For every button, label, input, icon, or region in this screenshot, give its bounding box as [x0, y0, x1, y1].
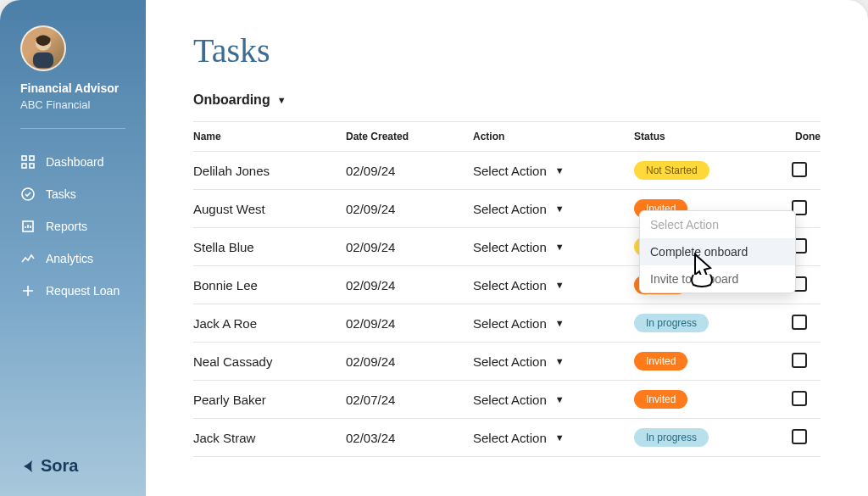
- select-action-button[interactable]: Select Action▼: [473, 278, 565, 293]
- caret-down-icon: ▼: [555, 203, 565, 214]
- sidebar-item-label: Dashboard: [46, 155, 104, 169]
- sidebar-item-request-loan[interactable]: Request Loan: [20, 275, 125, 307]
- caret-down-icon: ▼: [555, 394, 565, 404]
- cell-name: Pearly Baker: [193, 393, 346, 407]
- select-action-button[interactable]: Select Action▼: [473, 393, 565, 407]
- filter-dropdown[interactable]: Onboarding ▼: [193, 92, 287, 108]
- caret-down-icon: ▼: [555, 318, 565, 328]
- svg-rect-2: [22, 156, 26, 160]
- sidebar-item-dashboard[interactable]: Dashboard: [20, 146, 125, 178]
- select-action-button[interactable]: Select Action▼: [473, 354, 565, 369]
- select-action-label: Select Action: [473, 393, 547, 407]
- dropdown-item-invite-to-onboard[interactable]: Invite to onboard: [640, 265, 795, 293]
- select-action-button[interactable]: Select Action▼: [473, 316, 565, 331]
- table-header: Name Date Created Action Status Done: [193, 121, 821, 152]
- cell-done: [778, 353, 821, 371]
- col-date: Date Created: [346, 131, 473, 142]
- col-status: Status: [634, 131, 778, 142]
- cell-date: 02/07/24: [346, 393, 473, 407]
- svg-rect-3: [30, 156, 34, 160]
- select-action-label: Select Action: [473, 316, 547, 331]
- user-org: ABC Financial: [20, 98, 125, 111]
- status-badge: Invited: [634, 390, 687, 409]
- table-row: Jack Straw02/03/24Select Action▼In progr…: [193, 419, 821, 457]
- done-checkbox[interactable]: [792, 353, 807, 368]
- cell-action: Select Action▼: [473, 202, 634, 216]
- tasks-icon: [20, 187, 36, 202]
- table-row: Jack A Roe02/09/24Select Action▼In progr…: [193, 304, 821, 343]
- select-action-label: Select Action: [473, 431, 547, 445]
- svg-rect-4: [22, 164, 26, 168]
- sidebar-item-label: Tasks: [46, 187, 76, 201]
- select-action-button[interactable]: Select Action▼: [473, 202, 565, 216]
- user-role: Financial Advisor: [20, 81, 125, 95]
- dashboard-icon: [20, 154, 36, 170]
- cell-name: August West: [193, 202, 346, 216]
- app-root: Financial Advisor ABC Financial Dashboar…: [0, 0, 868, 496]
- cell-done: [778, 162, 821, 180]
- cell-date: 02/03/24: [346, 431, 473, 445]
- sidebar-item-label: Request Loan: [46, 284, 120, 298]
- dropdown-item-placeholder[interactable]: Select Action: [640, 211, 795, 238]
- cell-status: In progress: [634, 314, 778, 332]
- select-action-label: Select Action: [473, 278, 547, 293]
- brand-text: Sora: [41, 456, 78, 476]
- status-badge: Not Started: [634, 161, 709, 180]
- col-name: Name: [193, 131, 346, 142]
- caret-down-icon: ▼: [555, 356, 565, 366]
- done-checkbox[interactable]: [792, 391, 807, 406]
- cell-date: 02/09/24: [346, 278, 473, 293]
- cell-date: 02/09/24: [346, 316, 473, 331]
- select-action-button[interactable]: Select Action▼: [473, 431, 565, 445]
- cell-status: In progress: [634, 428, 778, 447]
- select-action-label: Select Action: [473, 202, 547, 216]
- plus-icon: [20, 283, 36, 298]
- sidebar-item-analytics[interactable]: Analytics: [20, 242, 125, 275]
- main-content: Tasks Onboarding ▼ Name Date Created Act…: [146, 0, 868, 496]
- sidebar-item-reports[interactable]: Reports: [20, 210, 125, 242]
- sidebar-item-tasks[interactable]: Tasks: [20, 178, 125, 210]
- caret-down-icon: ▼: [555, 432, 565, 443]
- sidebar-item-label: Reports: [46, 220, 87, 233]
- table-row: Delilah Jones02/09/24Select Action▼Not S…: [193, 152, 821, 190]
- cell-date: 02/09/24: [346, 164, 473, 178]
- avatar[interactable]: [20, 25, 66, 71]
- cell-status: Invited: [634, 352, 778, 371]
- cell-date: 02/09/24: [346, 354, 473, 369]
- svg-rect-1: [33, 53, 53, 69]
- cell-action: Select Action▼: [473, 240, 634, 254]
- table-row: Neal Cassady02/09/24Select Action▼Invite…: [193, 343, 821, 381]
- cell-done: [778, 315, 821, 332]
- cell-name: Jack Straw: [193, 431, 346, 445]
- svg-rect-5: [30, 164, 34, 168]
- page-title: Tasks: [193, 31, 821, 70]
- select-action-label: Select Action: [473, 354, 547, 369]
- caret-down-icon: ▼: [555, 165, 565, 176]
- cell-action: Select Action▼: [473, 316, 634, 331]
- cell-name: Delilah Jones: [193, 164, 346, 178]
- select-action-button[interactable]: Select Action▼: [473, 164, 565, 178]
- status-badge: Invited: [634, 352, 687, 371]
- col-done: Done: [778, 131, 821, 142]
- done-checkbox[interactable]: [792, 162, 807, 177]
- status-badge: In progress: [634, 428, 709, 447]
- cell-name: Stella Blue: [193, 240, 346, 254]
- done-checkbox[interactable]: [792, 429, 807, 444]
- cell-action: Select Action▼: [473, 354, 634, 369]
- sidebar-divider: [20, 128, 125, 129]
- done-checkbox[interactable]: [792, 315, 807, 330]
- reports-icon: [20, 219, 36, 234]
- filter-label: Onboarding: [193, 92, 270, 108]
- select-action-label: Select Action: [473, 240, 547, 254]
- cell-name: Jack A Roe: [193, 316, 346, 331]
- cell-action: Select Action▼: [473, 393, 634, 407]
- select-action-button[interactable]: Select Action▼: [473, 240, 565, 254]
- cell-name: Bonnie Lee: [193, 278, 346, 293]
- table-row: Pearly Baker02/07/24Select Action▼Invite…: [193, 381, 821, 419]
- caret-down-icon: ▼: [277, 95, 287, 105]
- cell-name: Neal Cassady: [193, 354, 346, 369]
- cell-date: 02/09/24: [346, 240, 473, 254]
- dropdown-item-complete-onboard[interactable]: Complete onboard: [640, 238, 795, 265]
- select-action-label: Select Action: [473, 164, 547, 178]
- brand-logo: Sora: [20, 456, 78, 476]
